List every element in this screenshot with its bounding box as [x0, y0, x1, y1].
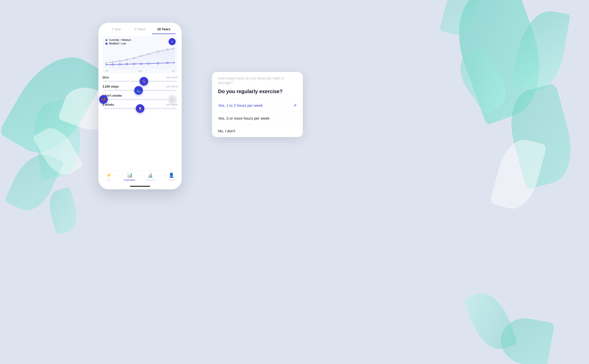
svg-point-9	[174, 48, 175, 49]
background-decoration	[0, 0, 589, 364]
chart-legend: Currently = Medium Modified = Low	[105, 39, 175, 45]
svg-point-11	[112, 64, 114, 65]
chart-axis: 45 Age 55	[105, 69, 175, 72]
legend-dot-modified	[105, 43, 108, 45]
time-tabs: 1 Year 5 Years 10 Years	[98, 23, 182, 34]
legend-label-currently: Currently = Medium	[109, 39, 131, 41]
tab-1year[interactable]: 1 Year	[104, 27, 128, 34]
svg-point-2	[119, 60, 121, 62]
sliders-container: 2hrs per week 🤸 3.200 steps per week 👟 I…	[98, 73, 182, 170]
smoke-track[interactable]: 🚭 🚬	[103, 99, 177, 100]
drinks-track[interactable]: 🍹	[103, 108, 177, 109]
tab-10years[interactable]: 10 Years	[152, 27, 176, 34]
svg-point-1	[112, 61, 114, 63]
smoke-slider-header: I don't smoke	[102, 94, 178, 97]
option-3plus-label: Yes, 3 or more hours per week	[218, 116, 270, 120]
exercise-slider-row: 2hrs per week 🤸	[102, 76, 178, 82]
option-3plus-hours[interactable]: Yes, 3 or more hours per week	[212, 112, 303, 125]
legend-dot-currently	[105, 39, 108, 41]
option-1to2hours-label: Yes, 1 to 2 hours per week	[218, 103, 263, 108]
axis-left: 45	[105, 70, 108, 72]
svg-point-18	[167, 62, 168, 64]
svg-point-15	[141, 63, 142, 65]
exercise-dropdown: How many hours do you sleep per night in…	[212, 72, 303, 137]
steps-label: 3.200 steps	[102, 85, 119, 88]
tab-5years[interactable]: 5 Years	[128, 27, 152, 34]
legend-currently: Currently = Medium	[105, 39, 175, 41]
previous-question: How many hours do you sleep per night in…	[212, 72, 303, 87]
profile-icon: 👤	[169, 172, 174, 178]
nav-research[interactable]: 🔬 Research	[140, 172, 161, 181]
option-no-label: No, I don't	[218, 129, 235, 133]
nav-exploration[interactable]: 📊 Exploration	[119, 172, 140, 181]
axis-center: Age	[138, 70, 142, 72]
axis-right: 55	[172, 70, 175, 72]
drinks-fill	[103, 108, 140, 109]
exercise-thumb[interactable]: 🤸	[140, 77, 148, 86]
svg-point-6	[148, 53, 149, 55]
steps-slider-row: 3.200 steps per week 👟	[102, 85, 178, 91]
steps-unit: per week	[166, 85, 178, 88]
steps-track[interactable]: 👟	[103, 90, 177, 91]
svg-point-10	[105, 64, 106, 65]
smoke-thumb-right[interactable]: 🚬	[168, 95, 177, 104]
check-icon: ✓	[293, 103, 297, 108]
research-icon: 🔬	[148, 172, 153, 178]
drinks-thumb[interactable]: 🍹	[136, 104, 144, 113]
nav-risk[interactable]: ⚡ Risk	[98, 172, 119, 181]
svg-point-0	[105, 62, 106, 64]
svg-point-16	[148, 63, 149, 64]
nav-risk-label: Risk	[107, 179, 111, 181]
chart-svg	[105, 46, 175, 69]
nav-exploration-label: Exploration	[124, 179, 135, 181]
option-1to2hours[interactable]: Yes, 1 to 2 hours per week ✓	[212, 99, 303, 112]
risk-icon: ⚡	[106, 172, 112, 178]
svg-point-13	[126, 63, 128, 65]
bottom-navigation: ⚡ Risk 📊 Exploration 🔬 Research 👤 Profil…	[98, 170, 182, 182]
smoke-slider-row: I don't smoke 🚭 🚬	[102, 94, 178, 100]
svg-point-5	[141, 55, 142, 57]
svg-point-12	[119, 64, 121, 65]
info-button[interactable]: i	[169, 38, 176, 45]
legend-modified: Modified = Low	[105, 42, 175, 45]
steps-fill	[103, 90, 139, 91]
svg-point-19	[174, 62, 175, 63]
smoke-thumb-left[interactable]: 🚭	[99, 95, 108, 104]
svg-point-8	[167, 49, 168, 50]
nav-research-label: Research	[146, 179, 155, 181]
nav-profile-label: Profile	[168, 179, 175, 181]
steps-thumb[interactable]: 👟	[134, 86, 143, 95]
svg-point-17	[157, 63, 159, 64]
svg-point-14	[133, 63, 135, 65]
home-indicator	[98, 182, 182, 189]
phone-frame: 1 Year 5 Years 10 Years Currently = Medi…	[98, 23, 182, 189]
risk-chart: Currently = Medium Modified = Low i	[102, 36, 178, 73]
exercise-track[interactable]: 🤸	[103, 81, 177, 82]
exercise-label: 2hrs	[102, 76, 109, 79]
svg-point-4	[133, 57, 135, 59]
option-no[interactable]: No, I don't	[212, 125, 303, 137]
nav-profile[interactable]: 👤 Profile	[161, 172, 182, 181]
current-question: Do you regularly exercise?	[212, 87, 303, 99]
home-bar	[130, 186, 150, 187]
drinks-slider-row: 3 drinks per week 🍹	[102, 103, 178, 109]
legend-label-modified: Modified = Low	[109, 42, 126, 45]
exercise-fill	[103, 81, 144, 82]
exercise-unit: per week	[166, 76, 178, 79]
svg-point-3	[126, 59, 128, 60]
svg-point-7	[157, 51, 159, 52]
exploration-icon: 📊	[127, 172, 132, 178]
